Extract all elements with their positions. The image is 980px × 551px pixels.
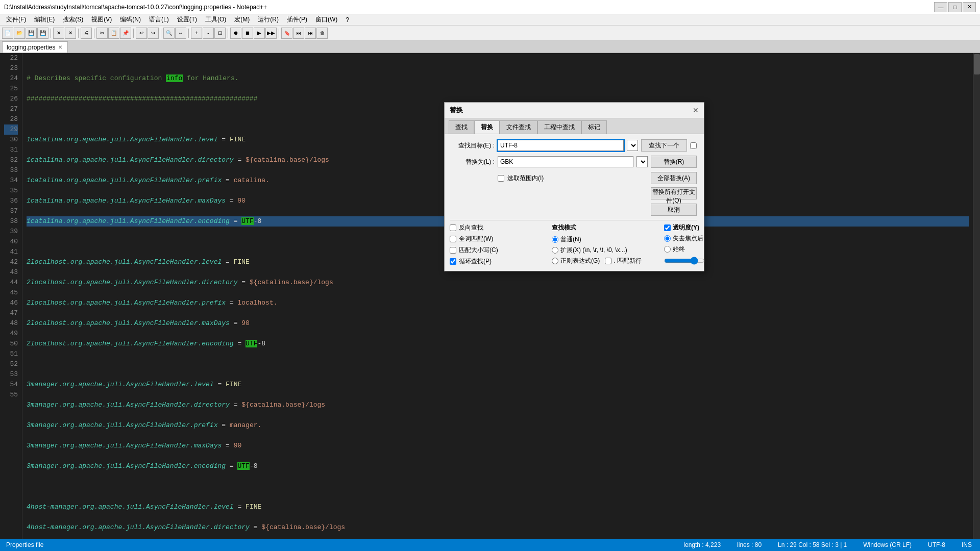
- toolbar-close-all[interactable]: ✕: [65, 28, 76, 39]
- toolbar-zoom-out[interactable]: -: [203, 28, 214, 39]
- toolbar-open[interactable]: 📂: [14, 28, 25, 39]
- scope-label: 选取范围内(I): [507, 174, 544, 183]
- toolbar-paste[interactable]: 📌: [120, 28, 131, 39]
- dialog-tab-find-files[interactable]: 文件查找: [500, 120, 537, 134]
- menu-search[interactable]: 搜索(S): [59, 14, 87, 25]
- find-next-btn[interactable]: 查找下一个: [641, 139, 687, 152]
- menu-macro[interactable]: 宏(M): [230, 14, 254, 25]
- menu-view[interactable]: 视图(V): [87, 14, 116, 25]
- scrollbar-thumb[interactable]: [974, 54, 980, 74]
- reverse-option: 反向查找: [450, 223, 542, 232]
- toolbar-save[interactable]: 💾: [26, 28, 37, 39]
- mode-regex-label: 正则表达式(G): [560, 257, 600, 265]
- toolbar-save-all[interactable]: 💾: [37, 28, 48, 39]
- mode-title: 查找模式: [552, 223, 654, 232]
- toolbar-new[interactable]: 📄: [2, 28, 13, 39]
- mode-extended-radio[interactable]: [552, 247, 558, 254]
- mode-normal-radio[interactable]: [552, 236, 558, 243]
- toolbar-replace[interactable]: ↔: [175, 28, 186, 39]
- menu-help[interactable]: ?: [341, 15, 353, 24]
- status-line-ending: Windows (CR LF): [855, 541, 920, 548]
- menu-plugins[interactable]: 插件(P): [283, 14, 311, 25]
- mode-regex-radio[interactable]: [552, 258, 558, 264]
- toolbar-cut[interactable]: ✂: [96, 28, 108, 39]
- toolbar-copy[interactable]: 📋: [108, 28, 119, 39]
- toolbar-zoom-in[interactable]: +: [191, 28, 202, 39]
- find-input[interactable]: [498, 140, 624, 151]
- toolbar-record-macro[interactable]: ⏺: [230, 28, 241, 39]
- tab-close-icon[interactable]: ✕: [58, 44, 62, 50]
- dialog-tab-find[interactable]: 查找: [449, 120, 474, 134]
- dialog-close-btn[interactable]: ✕: [693, 106, 699, 114]
- toolbar-stop-macro[interactable]: ⏹: [242, 28, 253, 39]
- close-btn[interactable]: ✕: [963, 2, 976, 12]
- replace-input[interactable]: [498, 156, 633, 167]
- toolbar-undo[interactable]: ↩: [136, 28, 147, 39]
- reverse-checkbox[interactable]: [450, 224, 456, 231]
- toolbar: 📄 📂 💾 💾 ✕ ✕ 🖨 ✂ 📋 📌 ↩ ↪ 🔍 ↔ + - ⊡ ⏺ ⏹ ▶ …: [0, 26, 980, 41]
- maximize-btn[interactable]: □: [948, 2, 962, 12]
- menu-bar: 文件(F) 编辑(E) 搜索(S) 视图(V) 编码(N) 语言(L) 设置(T…: [0, 14, 980, 26]
- vertical-scrollbar[interactable]: [973, 53, 980, 539]
- scope-checkbox[interactable]: [498, 175, 504, 182]
- menu-edit[interactable]: 编辑(E): [30, 14, 59, 25]
- line-39: 3manager.org.apache.juli.AsyncFileHandle…: [27, 420, 969, 431]
- transparency-label: 透明度(Y): [673, 223, 699, 232]
- cancel-btn[interactable]: 取消: [651, 204, 697, 216]
- line-32: 2localhost.org.apache.juli.AsyncFileHand…: [27, 278, 969, 288]
- dialog-tab-mark[interactable]: 标记: [581, 120, 607, 134]
- toolbar-bookmark-next[interactable]: ⏭: [293, 28, 304, 39]
- find-dropdown[interactable]: [627, 140, 638, 151]
- menu-file[interactable]: 文件(F): [2, 14, 30, 25]
- wholeword-checkbox[interactable]: [450, 236, 456, 242]
- transparency-checkbox[interactable]: [664, 224, 671, 231]
- toolbar-find[interactable]: 🔍: [163, 28, 175, 39]
- dialog-tab-bar: 查找 替换 文件查找 工程中查找 标记: [445, 118, 704, 134]
- toolbar-run[interactable]: ▶▶: [265, 28, 277, 39]
- toolbar-bookmark-prev[interactable]: ⏮: [305, 28, 316, 39]
- status-file-type: Properties file: [0, 541, 50, 548]
- replace-dropdown[interactable]: [636, 156, 648, 167]
- always-radio[interactable]: [664, 246, 671, 253]
- replace-btn[interactable]: 替换(R): [651, 156, 697, 168]
- toolbar-zoom-restore[interactable]: ⊡: [214, 28, 226, 39]
- toolbar-redo[interactable]: ↪: [148, 28, 159, 39]
- find-row: 查找目标(E) : 查找下一个: [450, 139, 697, 152]
- toolbar-close[interactable]: ✕: [53, 28, 64, 39]
- replace-in-all-btn[interactable]: 替换所有打开文件(Q): [651, 187, 697, 199]
- minimize-btn[interactable]: —: [934, 2, 947, 12]
- menu-encode[interactable]: 编码(N): [116, 14, 145, 25]
- menu-language[interactable]: 语言(L): [145, 14, 173, 25]
- line-37: 3manager.org.apache.juli.AsyncFileHandle…: [27, 380, 969, 390]
- menu-run[interactable]: 运行(R): [254, 14, 283, 25]
- dialog-tab-project-find[interactable]: 工程中查找: [537, 120, 581, 134]
- line-42: [27, 482, 969, 492]
- status-length: length : 4,223: [675, 541, 729, 548]
- status-right: length : 4,223 lines : 80 Ln : 29 Col : …: [675, 541, 980, 548]
- mode-extended-label: 扩展(X) (\n, \r, \t, \0, \x...): [560, 246, 627, 255]
- menu-window[interactable]: 窗口(W): [311, 14, 341, 25]
- toolbar-play-macro[interactable]: ▶: [254, 28, 265, 39]
- find-expand-check[interactable]: [690, 142, 697, 149]
- replace-dialog: 替换 ✕ 查找 替换 文件查找 工程中查找 标记 查找目标(E) : 查找下一个…: [444, 102, 704, 271]
- wraparound-label: 循环查找(P): [459, 257, 492, 266]
- menu-settings[interactable]: 设置(T): [173, 14, 201, 25]
- mode-regex: 正则表达式(G) . 匹配新行: [552, 257, 654, 265]
- replace-all-btn[interactable]: 全部替换(A): [651, 172, 697, 184]
- find-label: 查找目标(E) :: [450, 141, 495, 150]
- tab-logging-properties[interactable]: logging.properties ✕: [2, 41, 68, 53]
- toolbar-clear-bookmarks[interactable]: 🗑: [316, 28, 328, 39]
- toolbar-print[interactable]: 🖨: [81, 28, 92, 39]
- wraparound-checkbox[interactable]: [450, 258, 456, 265]
- transparency-slider[interactable]: [664, 257, 705, 265]
- lose-focus-label: 失去焦点后: [673, 234, 703, 243]
- menu-tools[interactable]: 工具(O): [201, 14, 230, 25]
- match-newline-checkbox[interactable]: [605, 258, 611, 264]
- toolbar-bookmark[interactable]: 🔖: [281, 28, 292, 39]
- always-option: 始终: [664, 245, 725, 254]
- dialog-tab-replace[interactable]: 替换: [474, 120, 500, 134]
- matchcase-option: 匹配大小写(C): [450, 246, 542, 255]
- matchcase-checkbox[interactable]: [450, 247, 456, 254]
- lose-focus-radio[interactable]: [664, 235, 671, 242]
- replace-row: 替换为(L) : 替换(R): [450, 156, 697, 168]
